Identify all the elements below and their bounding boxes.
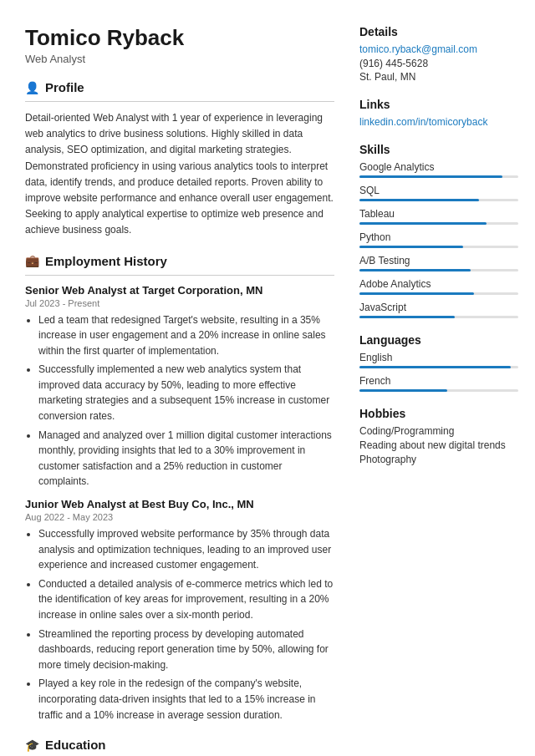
hobbies-container: Coding/ProgrammingReading about new digi… [359, 425, 518, 465]
job-dates-2: Aug 2022 - May 2023 [25, 512, 334, 522]
skill-bar-fill-3 [359, 246, 463, 248]
job-dates-1: Jul 2023 - Present [25, 298, 334, 308]
email-link[interactable]: tomico.ryback@gmail.com [359, 43, 518, 55]
lang-bar-fill-1 [359, 389, 447, 392]
education-section-header: 🎓 Education [25, 738, 334, 752]
employment-section-header: 💼 Employment History [25, 254, 334, 268]
job-bullets-2: Successfully improved website performanc… [25, 526, 334, 723]
skill-name-4: A/B Testing [359, 255, 518, 266]
skill-item-3: Python [359, 231, 518, 248]
hobby-item-0: Coding/Programming [359, 425, 518, 437]
employment-divider [25, 275, 334, 276]
skill-item-2: Tableau [359, 208, 518, 225]
skill-bar-bg-6 [359, 316, 518, 318]
skill-bar-bg-5 [359, 292, 518, 295]
skill-bar-bg-0 [359, 175, 518, 178]
skill-bar-bg-2 [359, 222, 518, 225]
job-bullet-2-4: Played a key role in the redesign of the… [38, 676, 334, 723]
job-bullet-1-1: Led a team that redesigned Target's webs… [38, 312, 334, 359]
skill-bar-fill-1 [359, 199, 479, 201]
skill-bar-fill-6 [359, 316, 455, 318]
profile-divider [25, 101, 334, 102]
employment-icon: 💼 [25, 254, 39, 267]
skill-bar-fill-2 [359, 222, 487, 225]
job-bullets-1: Led a team that redesigned Target's webs… [25, 312, 334, 490]
job-bullet-1-2: Successfully implemented a new web analy… [38, 362, 334, 424]
lang-item-0: English [359, 352, 518, 368]
phone-text: (916) 445-5628 [359, 58, 518, 69]
skill-name-6: JavaScript [359, 302, 518, 313]
lang-bar-fill-0 [359, 366, 511, 368]
skill-item-0: Google Analytics [359, 161, 518, 178]
hobby-item-2: Photography [359, 454, 518, 465]
lang-bar-bg-0 [359, 366, 518, 368]
skill-bar-bg-3 [359, 246, 518, 248]
profile-section-title: Profile [45, 80, 84, 94]
job-title-2: Junior Web Analyst at Best Buy Co, Inc.,… [25, 498, 334, 510]
skill-bar-bg-4 [359, 269, 518, 271]
location-text: St. Paul, MN [359, 71, 518, 83]
skill-item-4: A/B Testing [359, 255, 518, 271]
education-section-title: Education [45, 738, 106, 752]
skill-item-1: SQL [359, 185, 518, 201]
job-bullet-2-3: Streamlined the reporting process by dev… [38, 627, 334, 673]
skill-name-0: Google Analytics [359, 161, 518, 173]
skill-bar-fill-5 [359, 292, 474, 295]
skill-bar-fill-0 [359, 175, 502, 178]
skills-section-title: Skills [359, 143, 518, 156]
skill-bar-fill-4 [359, 269, 471, 271]
candidate-name: Tomico Ryback [25, 25, 334, 51]
skill-item-5: Adobe Analytics [359, 278, 518, 295]
skill-name-1: SQL [359, 185, 518, 196]
employment-section-title: Employment History [45, 254, 167, 268]
job-bullet-1-3: Managed and analyzed over 1 million digi… [38, 428, 334, 490]
profile-section-header: 👤 Profile [25, 80, 334, 94]
languages-container: English French [359, 352, 518, 392]
skill-name-2: Tableau [359, 208, 518, 220]
job-bullet-2-2: Conducted a detailed analysis of e-comme… [38, 576, 334, 623]
linkedin-link[interactable]: linkedin.com/in/tomicoryback [359, 116, 518, 128]
details-section-title: Details [359, 25, 518, 38]
job-bullet-2-1: Successfully improved website performanc… [38, 526, 334, 573]
candidate-title: Web Analyst [25, 53, 334, 65]
lang-bar-bg-1 [359, 389, 518, 392]
skill-item-6: JavaScript [359, 302, 518, 318]
skill-bar-bg-1 [359, 199, 518, 201]
lang-item-1: French [359, 375, 518, 392]
languages-section-title: Languages [359, 333, 518, 347]
skills-container: Google Analytics SQL Tableau Python A/B … [359, 161, 518, 318]
job-title-1: Senior Web Analyst at Target Corporation… [25, 284, 334, 297]
links-section-title: Links [359, 98, 518, 111]
hobbies-section-title: Hobbies [359, 407, 518, 420]
skill-name-5: Adobe Analytics [359, 278, 518, 290]
hobby-item-1: Reading about new digital trends [359, 439, 518, 451]
profile-icon: 👤 [25, 81, 39, 94]
right-column: Details tomico.ryback@gmail.com (916) 44… [359, 25, 518, 756]
lang-name-1: French [359, 375, 518, 387]
skill-name-3: Python [359, 231, 518, 243]
education-icon: 🎓 [25, 738, 39, 752]
profile-text: Detail-oriented Web Analyst with 1 year … [25, 110, 334, 239]
left-column: Tomico Ryback Web Analyst 👤 Profile Deta… [25, 25, 334, 756]
lang-name-0: English [359, 352, 518, 363]
